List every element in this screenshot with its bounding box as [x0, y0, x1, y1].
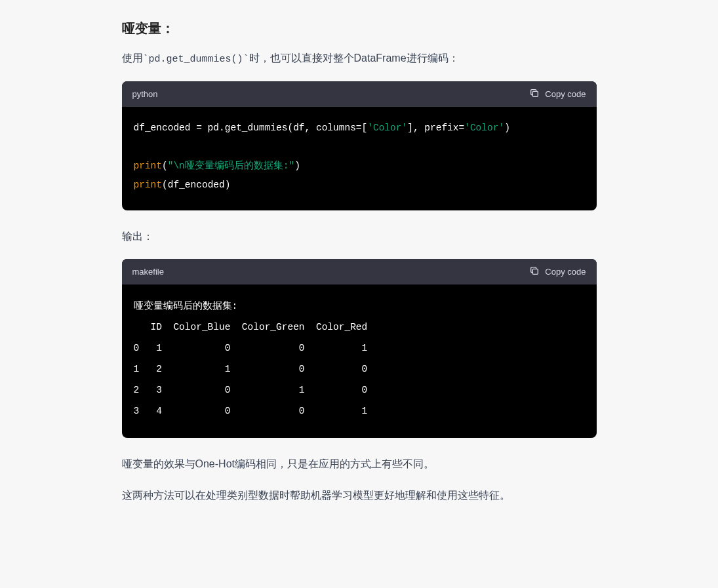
code-content: df_encoded = pd.get_dummies(df, columns=… — [122, 107, 597, 210]
output-content: 哑变量编码后的数据集: ID Color_Blue Color_Green Co… — [122, 284, 597, 437]
output-label: 输出： — [122, 227, 597, 246]
clipboard-icon — [529, 265, 540, 278]
code-block-header: makefile Copy code — [122, 259, 597, 284]
paragraph-3: 这两种方法可以在处理类别型数据时帮助机器学习模型更好地理解和使用这些特征。 — [122, 486, 597, 505]
intro-text-post: 时，也可以直接对整个DataFrame进行编码： — [249, 52, 459, 64]
section-heading: 哑变量： — [122, 20, 597, 37]
code-block-header: python Copy code — [122, 81, 597, 107]
code-block-python: python Copy code df_encoded = pd.get_dum… — [122, 81, 597, 210]
intro-text-pre: 使用 — [122, 52, 143, 64]
code-block-output: makefile Copy code 哑变量编码后的数据集: ID Color_… — [122, 259, 597, 437]
intro-paragraph: 使用`pd.get_dummies()`时，也可以直接对整个DataFrame进… — [122, 49, 597, 68]
lang-label: makefile — [132, 267, 164, 277]
inline-code: `pd.get_dummies()` — [143, 54, 249, 65]
copy-code-label: Copy code — [545, 89, 586, 99]
lang-label: python — [132, 89, 158, 99]
copy-code-button[interactable]: Copy code — [529, 265, 586, 278]
content-container: 哑变量： 使用`pd.get_dummies()`时，也可以直接对整个DataF… — [64, 0, 654, 544]
clipboard-icon — [529, 88, 540, 100]
svg-rect-0 — [533, 92, 538, 97]
paragraph-2: 哑变量的效果与One-Hot编码相同，只是在应用的方式上有些不同。 — [122, 455, 597, 473]
svg-rect-1 — [533, 269, 538, 275]
copy-code-button[interactable]: Copy code — [529, 88, 586, 100]
copy-code-label: Copy code — [545, 267, 586, 277]
